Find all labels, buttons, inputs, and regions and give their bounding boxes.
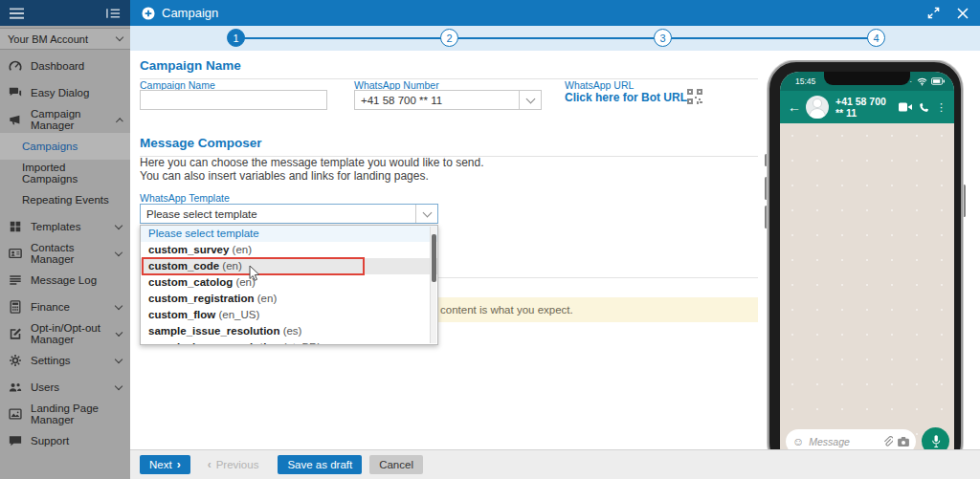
sidebar-toggle-icon[interactable] [106, 8, 121, 19]
whatsapp-header: ← +41 58 700 ** 11 ⋮ [780, 91, 954, 123]
modal-header: Campaign [130, 0, 980, 26]
phone-preview: 15:45 ··· ← +41 58 700 ** 11 ⋮ [764, 60, 967, 449]
wizard-footer: Next› ‹Previous Save as draft Cancel [130, 449, 980, 479]
step-4[interactable]: 4 [867, 29, 885, 47]
chevron-down-icon [115, 221, 122, 229]
camera-icon[interactable] [898, 437, 909, 446]
wizard-stepper: 1 2 3 4 [130, 26, 980, 51]
sidebar-item-templates[interactable]: Templates [0, 213, 130, 240]
back-arrow-icon[interactable]: ← [788, 99, 801, 115]
sidebar-item-contacts-manager[interactable]: Contacts Manager [0, 240, 130, 267]
composer-desc-line1: Here you can choose the message template… [140, 156, 484, 169]
campaign-name-heading: Campaign Name [140, 58, 758, 79]
step-1[interactable]: 1 [227, 29, 245, 47]
landing-page-icon [9, 407, 22, 421]
campaign-name-input[interactable] [140, 90, 327, 110]
sidebar-item-settings[interactable]: Settings [0, 347, 130, 374]
sidebar-item-label: Settings [31, 355, 71, 366]
sidebar-item-label: Dashboard [31, 60, 84, 72]
close-icon[interactable] [957, 8, 969, 19]
dropdown-scrollbar-thumb[interactable] [432, 234, 436, 282]
stepper-line [236, 37, 877, 39]
sidebar-item-label: Easy Dialog [31, 87, 89, 98]
save-as-draft-button[interactable]: Save as draft [278, 455, 362, 474]
dropdown-option-placeholder[interactable]: Please select template [141, 226, 437, 242]
chevron-down-icon [115, 355, 122, 362]
dropdown-option[interactable]: sample_issue_resolution (pt_BR) [141, 339, 437, 345]
kebab-menu-icon[interactable]: ⋮ [936, 101, 947, 114]
hamburger-menu-icon[interactable] [10, 8, 24, 19]
message-placeholder: Message [809, 436, 882, 447]
step-2[interactable]: 2 [440, 29, 458, 47]
whatsapp-number-value: +41 58 700 ** 11 [355, 95, 519, 106]
dropdown-option[interactable]: custom_catolog (en) [141, 274, 437, 291]
template-selected-value: Please select template [141, 208, 415, 220]
bot-url-link[interactable]: Click here for Bot URL [565, 91, 687, 104]
template-dropdown-list: Please select template custom_survey (en… [140, 225, 438, 345]
megaphone-icon [9, 113, 22, 126]
composer-desc-line2: You can also insert variables and links … [140, 169, 484, 183]
whatsapp-template-label: WhatsApp Template [140, 192, 230, 204]
dropdown-option[interactable]: sample_issue_resolution (es) [141, 323, 437, 339]
sidebar-item-finance[interactable]: Finance [0, 294, 130, 320]
sidebar-item-landing-page-manager[interactable]: Landing Page Manager [0, 401, 130, 427]
attach-icon[interactable] [882, 436, 893, 447]
sidebar-item-label: Landing Page Manager [31, 403, 122, 425]
sidebar-item-optin-manager[interactable]: Opt-in/Opt-out Manager [0, 320, 130, 347]
sidebar-item-users[interactable]: Users [0, 374, 130, 401]
chevron-down-icon [525, 94, 535, 103]
edit-square-icon [9, 327, 22, 340]
expand-icon[interactable] [927, 7, 940, 19]
next-button[interactable]: Next› [140, 455, 190, 474]
sidebar-item-label: Opt-in/Opt-out Manager [31, 322, 117, 345]
account-label: Your BM Account [8, 33, 88, 45]
voice-call-icon[interactable] [919, 102, 929, 113]
sidebar-item-message-log[interactable]: Message Log [0, 267, 130, 294]
status-time: 15:45 [795, 76, 815, 86]
campaign-app: Your BM Account Dashboard Easy Dialog Ca… [0, 0, 980, 479]
dropdown-option[interactable]: custom_flow (en_US) [141, 307, 437, 323]
add-campaign-icon [142, 7, 155, 20]
voice-record-button[interactable] [922, 427, 949, 449]
sidebar-item-label: Support [31, 435, 69, 446]
calculator-icon [9, 300, 22, 314]
gear-icon [9, 354, 22, 367]
chevron-down-icon [115, 301, 122, 309]
modal-title: Campaign [162, 6, 218, 20]
dropdown-option[interactable]: custom_survey (en) [141, 242, 437, 258]
sidebar-item-label: Finance [31, 301, 70, 313]
sidebar-item-label: Campaign Manager [31, 108, 117, 131]
chevron-left-icon: ‹ [208, 458, 212, 471]
sidebar-item-campaign-manager[interactable]: Campaign Manager [0, 106, 130, 133]
chevron-down-icon [422, 207, 432, 217]
sidebar-item-easy-dialog[interactable]: Easy Dialog [0, 79, 130, 106]
dropdown-option[interactable]: custom_registration (en) [141, 291, 437, 307]
emoji-icon[interactable]: ☺ [792, 435, 804, 448]
dropdown-option-highlighted[interactable]: custom_code (en) [141, 258, 437, 274]
sidebar-item-label: Templates [31, 221, 80, 232]
sidebar-item-repeating-events[interactable]: Repeating Events [0, 186, 130, 213]
message-input-bar[interactable]: ☺ Message [786, 429, 916, 449]
composer-description: Here you can choose the message template… [140, 156, 484, 183]
select-arrow-box [415, 205, 437, 223]
dashboard-icon [9, 59, 22, 73]
video-call-icon[interactable] [899, 102, 912, 112]
account-selector[interactable]: Your BM Account [0, 28, 130, 50]
phone-power-button [963, 185, 966, 217]
chevron-down-icon [116, 33, 123, 41]
sidebar-item-dashboard[interactable]: Dashboard [0, 53, 130, 79]
avatar [806, 96, 829, 119]
whatsapp-template-select[interactable]: Please select template [140, 204, 438, 224]
step-3[interactable]: 3 [654, 29, 672, 47]
sidebar-item-campaigns[interactable]: Campaigns [0, 133, 130, 160]
select-arrow-box [519, 91, 541, 109]
cancel-button[interactable]: Cancel [369, 455, 423, 474]
previous-button[interactable]: ‹Previous [198, 455, 269, 474]
sidebar-item-support[interactable]: Support [0, 427, 130, 454]
wifi-icon [917, 77, 927, 86]
sidebar-item-imported-campaigns[interactable]: Imported Campaigns [0, 160, 130, 186]
phone-notch [824, 72, 910, 85]
qr-code-icon[interactable] [687, 89, 702, 104]
whatsapp-number-select[interactable]: +41 58 700 ** 11 [354, 90, 542, 110]
message-composer-heading: Message Composer [140, 136, 758, 157]
